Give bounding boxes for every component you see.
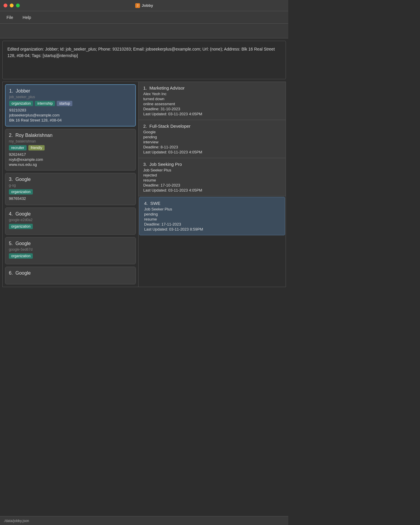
contact-card-1[interactable]: 1. Jobber job_seeker_plus organization i… (5, 84, 136, 127)
job-1-stage: online assessment (143, 102, 281, 106)
contact-3-phone: 98765432 (9, 196, 132, 201)
contact-2-id: roy_balakrishnan (9, 139, 132, 143)
contact-2-tags: recruiter friendly (9, 145, 132, 150)
contact-4-id: google-e2d0a2 (9, 218, 132, 222)
job-2-stage: interview (143, 140, 281, 144)
contact-card-2[interactable]: 2. Roy Balakrishnan roy_balakrishnan rec… (5, 129, 136, 171)
contact-3-id: g-sg (9, 183, 132, 187)
contact-card-4[interactable]: 4. Google google-e2d0a2 organization (5, 208, 136, 235)
tag-startup: startup (57, 101, 72, 106)
contact-6-name: 6. Google (9, 270, 132, 276)
menu-help[interactable]: Help (21, 14, 33, 21)
tag-recruiter: recruiter (9, 145, 27, 150)
status-text: ./data/jobby.json (4, 519, 29, 523)
contact-4-tags: organization (9, 224, 132, 229)
tag-organization-3: organization (9, 189, 33, 195)
job-2-deadline: Deadline: 8-11-2023 (143, 145, 281, 149)
jobs-panel[interactable]: 1. Marketing Advisor Alex Yeoh Inc turne… (138, 82, 286, 287)
job-card-3[interactable]: 3. Job Seeking Pro Job Seeker Plus rejec… (139, 158, 286, 196)
contact-2-url: www.nus.edu.sg (9, 162, 132, 167)
status-bar: ./data/jobby.json (0, 516, 288, 525)
contact-2-name: 2. Roy Balakrishnan (9, 133, 132, 138)
job-4-title: 4. SWE (144, 201, 280, 206)
job-1-deadline: Deadline: 31-10-2023 (143, 107, 281, 111)
menu-bar: File Help (0, 11, 288, 24)
contact-1-tags: organization internship startup (9, 101, 132, 106)
contacts-panel[interactable]: 1. Jobber job_seeker_plus organization i… (2, 82, 138, 287)
contact-5-id: google-5ed67d (9, 247, 132, 252)
job-card-4[interactable]: 4. SWE Job Seeker Plus pending resume De… (139, 197, 285, 235)
output-area: Edited organization: Jobber; Id: job_see… (2, 41, 286, 79)
job-4-deadline: Deadline: 17-11-2023 (144, 222, 280, 226)
contact-1-phone: 93210283 (9, 108, 132, 112)
job-1-status: turned down (143, 97, 281, 101)
command-bar (0, 24, 288, 38)
tag-organization-4: organization (9, 224, 33, 229)
job-3-status: rejected (143, 173, 281, 177)
maximize-button[interactable] (16, 4, 20, 7)
job-2-status: pending (143, 135, 281, 139)
job-3-title: 3. Job Seeking Pro (143, 162, 281, 167)
job-3-updated: Last Updated: 03-11-2023 4:05PM (143, 188, 281, 192)
contact-1-name: 1. Jobber (9, 88, 132, 94)
tag-friendly: friendly (28, 145, 45, 150)
app-icon: J (135, 3, 140, 8)
title-bar: J Jobby (0, 0, 288, 11)
job-2-updated: Last Updated: 03-11-2023 4:05PM (143, 150, 281, 154)
output-text: Edited organization: Jobber; Id: job_see… (7, 46, 281, 59)
contact-1-address: Blk 16 Real Street 128, #08-04 (9, 118, 132, 122)
contact-1-email: jobseekerplus@example.com (9, 113, 132, 117)
menu-file[interactable]: File (5, 14, 15, 21)
job-3-deadline: Deadline: 17-10-2023 (143, 183, 281, 187)
job-card-2[interactable]: 2. Full-Stack Developer Google pending i… (139, 120, 286, 158)
job-4-company: Job Seeker Plus (144, 207, 280, 211)
contact-2-email: royb@example.com (9, 157, 132, 162)
window-controls (4, 4, 20, 7)
window-title: J Jobby (135, 3, 153, 8)
contact-2-phone: 92624417 (9, 152, 132, 157)
contact-5-name: 5. Google (9, 241, 132, 246)
tag-organization: organization (9, 101, 33, 106)
minimize-button[interactable] (10, 4, 14, 7)
job-2-company: Google (143, 130, 281, 134)
contact-5-tags: organization (9, 253, 132, 259)
job-3-stage: resume (143, 178, 281, 182)
job-1-title: 1. Marketing Advisor (143, 85, 281, 90)
contact-card-6[interactable]: 6. Google (5, 267, 136, 284)
job-2-title: 2. Full-Stack Developer (143, 124, 281, 129)
close-button[interactable] (4, 4, 7, 7)
contact-1-id: job_seeker_plus (9, 95, 132, 99)
contact-3-name: 3. Google (9, 177, 132, 182)
job-1-company: Alex Yeoh Inc (143, 92, 281, 96)
job-card-1[interactable]: 1. Marketing Advisor Alex Yeoh Inc turne… (139, 82, 286, 120)
tag-organization-5: organization (9, 253, 33, 259)
job-4-stage: resume (144, 217, 280, 221)
tag-internship: internship (35, 101, 55, 106)
contact-card-5[interactable]: 5. Google google-5ed67d organization (5, 237, 136, 264)
job-1-updated: Last Updated: 03-11-2023 4:05PM (143, 112, 281, 116)
main-content: 1. Jobber job_seeker_plus organization i… (2, 82, 286, 287)
contact-3-tags: organization (9, 189, 132, 195)
job-4-status: pending (144, 212, 280, 216)
contact-4-name: 4. Google (9, 211, 132, 217)
job-3-company: Job Seeker Plus (143, 168, 281, 172)
job-4-updated: Last Updated: 03-11-2023 8:59PM (144, 227, 280, 231)
contact-card-3[interactable]: 3. Google g-sg organization 98765432 (5, 173, 136, 205)
